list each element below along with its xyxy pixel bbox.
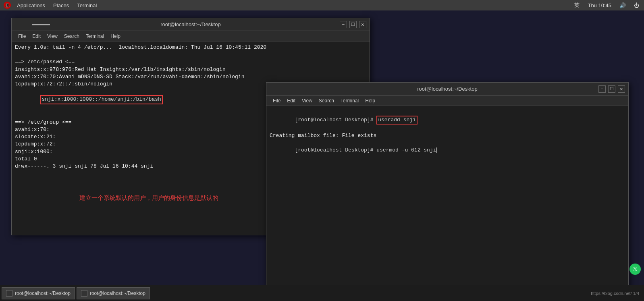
taskbar-item-2-label: root@localhost:~/Desktop bbox=[90, 291, 145, 296]
minimize-indicator bbox=[32, 24, 50, 25]
t1-menu-edit[interactable]: Edit bbox=[29, 33, 44, 40]
taskbar-item-2[interactable]: root@localhost:~/Desktop bbox=[77, 287, 150, 299]
svg-text:🎩: 🎩 bbox=[4, 2, 10, 8]
t1-line-1: Every 1.0s: tail -n 4 /etc/p... localhos… bbox=[15, 44, 366, 51]
terminal-1-menubar: File Edit View Search Terminal Help bbox=[12, 31, 370, 42]
green-circle-badge: 78 bbox=[629, 264, 641, 275]
t2-menu-search[interactable]: Search bbox=[316, 97, 337, 104]
clock: Thu 10:45 bbox=[586, 2, 613, 8]
t2-menu-edit[interactable]: Edit bbox=[284, 97, 299, 104]
terminal-1-title: root@localhost:~/Desktop bbox=[160, 21, 220, 27]
t2-prompt-2: [root@localhost Desktop]# usermod -u 612… bbox=[295, 147, 436, 153]
t2-line-useradd: [root@localhost Desktop]# useradd snji bbox=[270, 108, 625, 132]
close-button-1[interactable]: ✕ bbox=[359, 21, 366, 28]
terminal-icon-1 bbox=[6, 290, 12, 297]
desktop: Enterprise Linux 78 root@localhost:~/Des… bbox=[0, 10, 644, 301]
t1-line-insights: insights:x:978:976:Red Hat Insights:/var… bbox=[15, 66, 366, 73]
t1-line-avahi: avahi:x:70:70:Avahi mDNS/DNS-SD Stack:/v… bbox=[15, 73, 366, 81]
t2-prompt-1: [root@localhost Desktop]# bbox=[295, 117, 376, 123]
taskbar-item-1[interactable]: root@localhost:~/Desktop bbox=[2, 287, 75, 299]
terminal-2-content: [root@localhost Desktop]# useradd snji C… bbox=[266, 106, 628, 287]
redhat-icon: 🎩 bbox=[3, 1, 11, 9]
t1-line-blank1 bbox=[15, 51, 366, 58]
maximize-button-1[interactable]: □ bbox=[349, 21, 357, 28]
cursor bbox=[436, 147, 437, 153]
t2-menu-view[interactable]: View bbox=[299, 97, 316, 104]
t2-line-mailbox: Creating mailbox file: File exists bbox=[270, 132, 625, 139]
terminal-2-controls: – □ ✕ bbox=[598, 85, 625, 93]
terminal-menu[interactable]: Terminal bbox=[73, 2, 101, 9]
t2-menu-help[interactable]: Help bbox=[362, 97, 378, 104]
terminal-1-titlebar: root@localhost:~/Desktop – □ ✕ bbox=[12, 18, 370, 31]
t2-menu-file[interactable]: File bbox=[270, 97, 284, 104]
top-bar-right: 英 Thu 10:45 🔊 ⏻ bbox=[573, 2, 641, 9]
terminal-icon-2 bbox=[81, 290, 87, 297]
language-indicator: 英 bbox=[573, 2, 581, 9]
power-icon[interactable]: ⏻ bbox=[632, 2, 641, 8]
terminal-window-2: root@localhost:~/Desktop – □ ✕ File Edit… bbox=[266, 82, 629, 288]
minimize-button-1[interactable]: – bbox=[340, 21, 347, 28]
terminal-2-titlebar: root@localhost:~/Desktop – □ ✕ bbox=[266, 83, 628, 95]
t1-line-passwd-header: ==> /etc/passwd <== bbox=[15, 58, 366, 66]
t1-menu-terminal[interactable]: Terminal bbox=[83, 33, 107, 40]
taskbar-item-1-label: root@localhost:~/Desktop bbox=[15, 291, 71, 296]
volume-icon[interactable]: 🔊 bbox=[618, 2, 627, 8]
top-menubar: 🎩 Applications Places Terminal 英 Thu 10:… bbox=[0, 0, 644, 10]
close-button-2[interactable]: ✕ bbox=[618, 85, 625, 93]
useradd-cmd-highlight: useradd snji bbox=[376, 116, 418, 125]
t1-menu-search[interactable]: Search bbox=[61, 33, 83, 40]
taskbar: root@localhost:~/Desktop root@localhost:… bbox=[0, 285, 644, 301]
maximize-button-2[interactable]: □ bbox=[608, 85, 615, 93]
places-menu[interactable]: Places bbox=[49, 2, 73, 9]
t2-menu-terminal[interactable]: Terminal bbox=[337, 97, 362, 104]
top-bar-left: 🎩 Applications Places Terminal bbox=[3, 1, 101, 9]
terminal-2-title: root@localhost:~/Desktop bbox=[417, 86, 477, 92]
taskbar-right: https://blog.csdn.net/ 1/4 bbox=[591, 291, 642, 296]
t1-menu-file[interactable]: File bbox=[15, 33, 29, 40]
terminal-2-menubar: File Edit View Search Terminal Help bbox=[266, 95, 628, 106]
t1-menu-view[interactable]: View bbox=[44, 33, 61, 40]
minimize-button-2[interactable]: – bbox=[598, 85, 606, 93]
t2-line-usermod: [root@localhost Desktop]# usermod -u 612… bbox=[270, 139, 625, 162]
terminal-1-controls: – □ ✕ bbox=[340, 21, 366, 28]
t1-menu-help[interactable]: Help bbox=[107, 33, 124, 40]
applications-menu[interactable]: Applications bbox=[13, 2, 49, 9]
snji-passwd-highlight: snji:x:1000:1000::/home/snji:/bin/bash bbox=[40, 95, 162, 104]
